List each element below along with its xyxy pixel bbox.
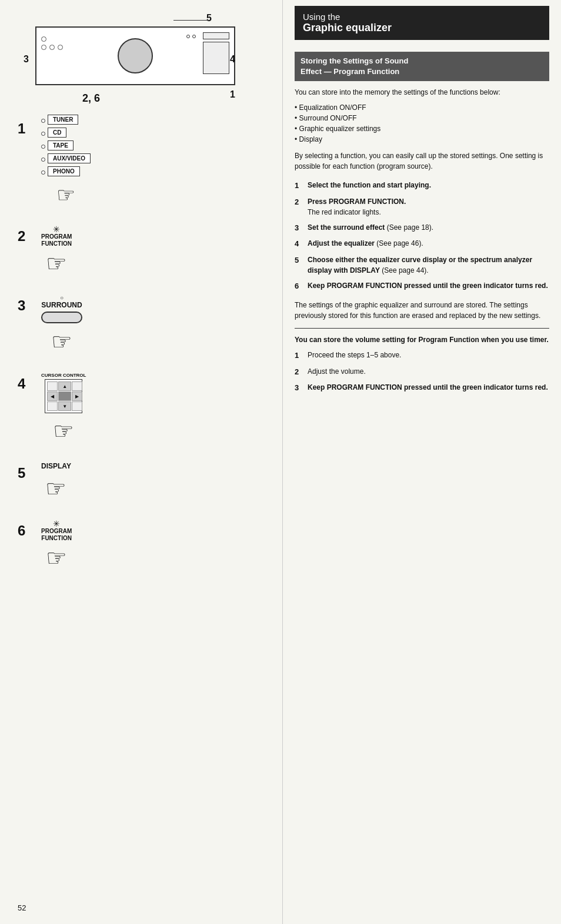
dot-tuner (41, 119, 45, 123)
o-indicator-surround: ○ (60, 294, 64, 301)
vol-step-1: 1 Proceed the steps 1–5 above. (295, 350, 549, 361)
selector-row-cd: CD (41, 128, 91, 139)
btn-tuner: TUNER (48, 115, 78, 125)
intro-text: You can store into the memory the settin… (295, 87, 549, 98)
item-number-5: 5 (18, 462, 41, 481)
title-box: Using the Graphic equalizer (295, 6, 549, 40)
main-step-5: 5 Choose either the equalizer curve disp… (295, 255, 549, 276)
item-4-content: CURSOR CONTROL ▲ ◀ ▶ ▼ ☞ (41, 373, 86, 444)
hand-4: ☞ (53, 417, 74, 444)
starburst-6: ✳ (53, 520, 60, 528)
bullet-3: Graphic equalizer settings (295, 123, 549, 134)
step-text-6: Keep PROGRAM FUNCTION pressed until the … (308, 280, 549, 292)
step-text-3: Set the surround effect (See page 18). (308, 222, 549, 234)
step-num-6: 6 (295, 280, 308, 292)
page-container: 5 (0, 0, 561, 924)
label-5: 5 (206, 13, 212, 24)
volume-title: You can store the volume setting for Pro… (295, 334, 549, 345)
main-step-2: 2 Press PROGRAM FUNCTION.The red indicat… (295, 196, 549, 217)
section-header: Storing the Settings of Sound Effect — P… (295, 52, 549, 81)
volume-step-list: 1 Proceed the steps 1–5 above. 2 Adjust … (295, 350, 549, 394)
bullet-list: Equalization ON/OFF Surround ON/OFF Grap… (295, 102, 549, 145)
knob (118, 38, 153, 73)
dot-aux (41, 158, 45, 162)
receiver-right-controls (203, 32, 229, 74)
vol-step-3: 3 Keep PROGRAM FUNCTION pressed until th… (295, 382, 549, 394)
right-panel: Using the Graphic equalizer Storing the … (282, 0, 561, 924)
step-text-1: Select the function and start playing. (308, 180, 549, 192)
dot-cd (41, 132, 45, 136)
label-4: 4 (230, 54, 235, 65)
hand-6: ☞ (46, 544, 67, 571)
item-number-2: 2 (18, 225, 41, 245)
receiver-left-controls (41, 36, 63, 50)
vol-step-2: 2 Adjust the volume. (295, 366, 549, 378)
item-4: 4 CURSOR CONTROL ▲ ◀ ▶ ▼ ☞ (18, 373, 271, 444)
volume-section: You can store the volume setting for Pro… (295, 328, 549, 394)
main-step-4: 4 Adjust the equalizer (See page 46). (295, 238, 549, 250)
selector-row-tape: TAPE (41, 140, 91, 152)
bullet-1: Equalization ON/OFF (295, 102, 549, 113)
step-num-1: 1 (295, 180, 308, 192)
title-using: Using the (303, 12, 541, 22)
item-number-1: 1 (18, 115, 41, 137)
item-6: 6 ✳ PROGRAMFUNCTION ☞ (18, 520, 271, 571)
hand-3: ☞ (51, 328, 72, 355)
cursor-control-grid: ▲ ◀ ▶ ▼ (45, 379, 82, 413)
hand-2: ☞ (46, 250, 67, 277)
display-label: DISPLAY (41, 462, 71, 470)
item-2-content: ✳ PROGRAMFUNCTION ☞ (41, 225, 72, 277)
btn-tape: TAPE (48, 140, 74, 150)
vol-step-num-1: 1 (295, 350, 308, 361)
main-step-list: 1 Select the function and start playing.… (295, 180, 549, 292)
step-num-4: 4 (295, 238, 308, 250)
vol-step-num-3: 3 (295, 382, 308, 394)
step-text-2: Press PROGRAM FUNCTION.The red indicator… (308, 196, 549, 217)
receiver-box (35, 26, 235, 85)
item-3-content: ○ SURROUND ☞ (41, 294, 82, 355)
step-text-4: Adjust the equalizer (See page 46). (308, 238, 549, 250)
surround-button (41, 312, 82, 323)
dot-tape (41, 145, 45, 149)
line-5 (173, 20, 209, 21)
selector-buttons: TUNER CD TAPE AUX/VIDEO (41, 115, 91, 178)
cursor-control-label: CURSOR CONTROL (41, 373, 86, 378)
program-function-label-2: PROGRAMFUNCTION (41, 233, 72, 247)
left-panel: 5 (0, 0, 282, 924)
bullet-4: Display (295, 134, 549, 145)
item-5: 5 DISPLAY ☞ (18, 462, 271, 502)
vol-step-text-2: Adjust the volume. (308, 366, 549, 378)
dot-phono (41, 170, 45, 175)
item-3: 3 ○ SURROUND ☞ (18, 294, 271, 355)
btn-phono: PHONO (48, 166, 80, 176)
item-2: 2 ✳ PROGRAMFUNCTION ☞ (18, 225, 271, 277)
indicator-dots (186, 35, 196, 38)
item-number-3: 3 (18, 294, 41, 314)
main-step-1: 1 Select the function and start playing. (295, 180, 549, 192)
main-step-6: 6 Keep PROGRAM FUNCTION pressed until th… (295, 280, 549, 292)
item-1: 1 TUNER CD TAPE (18, 115, 271, 207)
title-graphic: Graphic equalizer (303, 22, 541, 34)
vol-step-num-2: 2 (295, 366, 308, 378)
item-5-content: DISPLAY ☞ (41, 462, 71, 502)
btn-aux: AUX/VIDEO (48, 153, 91, 163)
section-header-line1: Storing the Settings of Sound (300, 56, 408, 65)
label-26: 2, 6 (82, 92, 100, 105)
main-step-3: 3 Set the surround effect (See page 18). (295, 222, 549, 234)
label-3: 3 (24, 54, 29, 65)
item-number-4: 4 (18, 373, 41, 392)
selector-row-phono: PHONO (41, 166, 91, 178)
vol-step-text-3: Keep PROGRAM FUNCTION pressed until the … (308, 382, 549, 394)
item-1-content: TUNER CD TAPE AUX/VIDEO (41, 115, 91, 207)
step-num-5: 5 (295, 255, 308, 276)
selector-row-tuner: TUNER (41, 115, 91, 126)
item-number-6: 6 (18, 520, 41, 539)
section-header-line2: Effect — Program Function (300, 67, 399, 76)
step-text-5: Choose either the equalizer curve displa… (308, 255, 549, 276)
starburst-2: ✳ (53, 225, 60, 233)
by-selecting-text: By selecting a function, you can easily … (295, 150, 549, 172)
hand-1: ☞ (56, 183, 75, 207)
label-1: 1 (230, 89, 235, 100)
page-number: 52 (18, 903, 26, 912)
surround-label: SURROUND (41, 301, 82, 309)
